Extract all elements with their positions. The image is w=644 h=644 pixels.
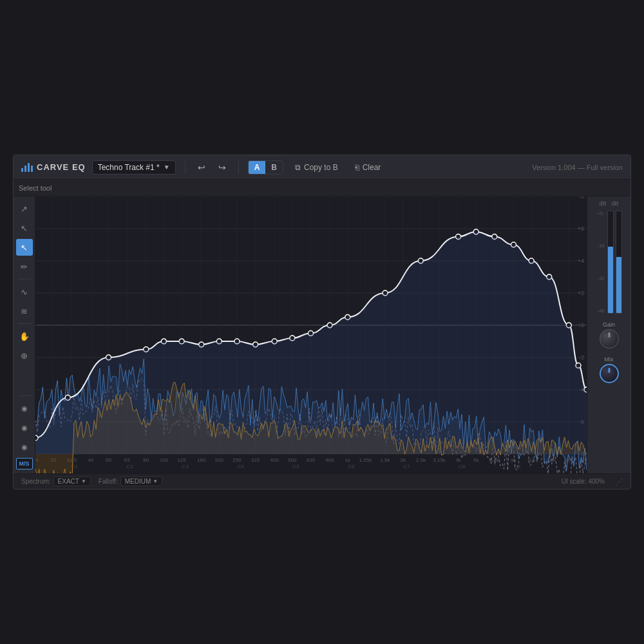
db-left-label: dB — [599, 200, 606, 207]
separator — [185, 161, 185, 174]
version-text: Version 1.004 — Full version — [532, 164, 623, 171]
meter-label-16: -16 — [597, 243, 605, 249]
tool-separator — [18, 323, 31, 324]
b-button[interactable]: B — [265, 161, 283, 174]
meter-label-0: +0 — [597, 211, 605, 216]
bottom-bar: Spectrum: EXACT ▼ Falloff: MEDIUM ▼ UI s… — [14, 473, 630, 489]
clear-icon: ⎗ — [355, 163, 359, 172]
gain-label: Gain — [603, 321, 615, 328]
clear-button[interactable]: ⎗ Clear — [350, 161, 386, 174]
separator — [238, 161, 239, 174]
spectrum-selector[interactable]: EXACT ▼ — [53, 477, 91, 486]
gain-knob[interactable] — [600, 329, 619, 348]
copy-to-b-button[interactable]: ⧉ Copy to B — [290, 161, 343, 174]
smooth-tool-button[interactable]: ≋ — [16, 303, 33, 319]
plugin-window: CARVE EQ Techno Track #1 * ▼ ↩ ↪ A B ⧉ C… — [13, 155, 631, 489]
zoom-tool-button[interactable]: ⊕ — [16, 347, 33, 364]
spectrum-label: Spectrum: — [21, 478, 51, 485]
channel-buttons: ◉ ◉ ◉ M/S — [16, 394, 33, 469]
preset-arrow-icon: ▼ — [164, 164, 170, 171]
mix-label: Mix — [605, 356, 614, 363]
hand-tool-button[interactable]: ✋ — [16, 328, 33, 345]
channel3-button[interactable]: ◉ — [16, 439, 33, 455]
eq-canvas[interactable] — [35, 196, 587, 473]
falloff-label: Falloff: — [99, 478, 118, 485]
top-bar: CARVE EQ Techno Track #1 * ▼ ↩ ↪ A B ⧉ C… — [14, 155, 630, 180]
toolbar-row: Select tool — [14, 180, 630, 196]
tool-separator — [18, 279, 31, 279]
spectrum-control: Spectrum: EXACT ▼ — [21, 477, 91, 486]
db-right-label: dB — [612, 200, 619, 207]
meter-labels: +0 -16 -32 -48 — [596, 211, 606, 314]
channel1-button[interactable]: ◉ — [16, 400, 33, 417]
meter-label-32: -32 — [597, 276, 605, 281]
meter-fill-right — [616, 257, 621, 313]
resize-handle[interactable]: ⋰ — [615, 477, 623, 486]
meter-bar-left — [607, 211, 614, 314]
falloff-control: Falloff: MEDIUM ▼ — [99, 477, 162, 486]
pencil-tool-button[interactable]: ✏ — [16, 258, 33, 275]
eq-display[interactable] — [35, 196, 587, 473]
copy-icon: ⧉ — [295, 163, 301, 172]
select-tool-button[interactable]: ↖ — [16, 220, 33, 236]
right-panel: dB dB +0 -16 -32 -48 — [587, 196, 630, 473]
meter-label-48: -48 — [597, 308, 605, 314]
redo-button[interactable]: ↪ — [215, 161, 229, 174]
a-button[interactable]: A — [249, 161, 266, 174]
preset-selector[interactable]: Techno Track #1 * ▼ — [92, 160, 176, 175]
falloff-chevron-icon: ▼ — [153, 478, 158, 484]
meter-bar-right — [616, 211, 622, 314]
pointer-tool-button[interactable]: ↖ — [16, 239, 33, 256]
mix-knob[interactable] — [600, 364, 619, 383]
tool-hint: Select tool — [19, 184, 52, 192]
falloff-selector[interactable]: MEDIUM ▼ — [120, 477, 162, 486]
logo: CARVE EQ — [21, 162, 86, 172]
tool-separator — [18, 395, 31, 396]
main-area: ↗ ↖ ↖ ✏ ∿ ≋ ✋ ⊕ ◉ ◉ ◉ M/S dB — [14, 196, 630, 473]
left-toolbar: ↗ ↖ ↖ ✏ ∿ ≋ ✋ ⊕ ◉ ◉ ◉ M/S — [14, 196, 35, 473]
ms-button[interactable]: M/S — [16, 458, 33, 469]
level-meter — [607, 211, 622, 314]
gain-knob-container: Gain — [600, 321, 619, 348]
arrow-tool-button[interactable]: ↗ — [16, 200, 33, 217]
mix-knob-container: Mix — [600, 356, 619, 383]
curve-tool-button[interactable]: ∿ — [16, 283, 33, 300]
spectrum-chevron-icon: ▼ — [81, 478, 86, 484]
ui-scale: UI scale: 400% — [562, 478, 605, 485]
ab-group: A B — [248, 160, 283, 175]
mix-knob-indicator — [608, 368, 610, 373]
undo-button[interactable]: ↩ — [194, 161, 209, 174]
channel2-button[interactable]: ◉ — [16, 419, 33, 436]
meter-fill-left — [608, 247, 613, 313]
gain-knob-indicator — [608, 332, 610, 337]
logo-icon — [21, 163, 33, 172]
